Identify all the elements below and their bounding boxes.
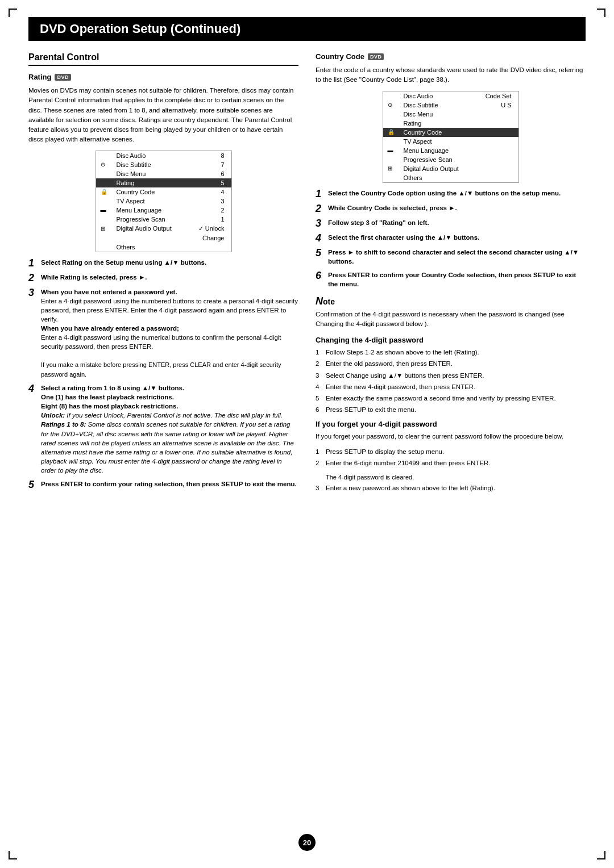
cc-step-2: 2 While Country Code is selected, press … xyxy=(316,203,586,214)
step-2: 2 While Rating is selected, press ►. xyxy=(28,273,298,283)
list-item: 1Follow Steps 1-2 as shown above to the … xyxy=(316,348,586,357)
menu-row: ▬ Menu Language 2 xyxy=(96,206,231,215)
list-item: 2 Enter the 6-digit number 210499 and th… xyxy=(316,458,586,468)
list-item: 2Enter the old password, then press ENTE… xyxy=(316,359,586,368)
menu-row: Others xyxy=(383,173,518,182)
forget-password-steps: 1Press SETUP to display the setup menu. … xyxy=(316,447,586,468)
forget-password-heading: If you forget your 4-digit password xyxy=(316,420,586,428)
menu-row: ⊙ Disc Subtitle 7 xyxy=(96,160,231,169)
menu-row: Disc Audio Code Set xyxy=(383,91,518,101)
corner-mark-tl xyxy=(9,9,17,17)
cc-step-1: 1 Select the Country Code option using t… xyxy=(316,189,586,199)
right-column: Country Code DVD Enter the code of a cou… xyxy=(316,52,586,498)
country-code-intro: Enter the code of a country whose standa… xyxy=(316,65,586,85)
menu-row: ⊞ Digital Audio Output xyxy=(383,164,518,173)
corner-mark-bl xyxy=(9,851,17,859)
menu-row: Disc Audio 8 xyxy=(96,151,231,160)
step-3: 3 When you have not entered a password y… xyxy=(28,287,298,379)
country-code-dvd-badge: DVD xyxy=(368,53,384,60)
menu-row: 🔒 Country Code 4 xyxy=(96,187,231,197)
menu-row: TV Aspect 3 xyxy=(96,197,231,206)
menu-row: Rating xyxy=(383,119,518,128)
rating-menu-table: Disc Audio 8 ⊙ Disc Subtitle 7 Disc Menu… xyxy=(96,151,232,252)
list-item: 6Press SETUP to exit the menu. xyxy=(316,405,586,414)
note-text: Confirmation of the 4-digit password is … xyxy=(316,310,586,329)
cc-step-5: 5 Press ► to shift to second character a… xyxy=(316,248,586,266)
page-title: DVD Operation Setup (Continued) xyxy=(28,17,586,41)
country-code-steps-list: 1 Select the Country Code option using t… xyxy=(316,189,586,289)
cc-step-4: 4 Select the first character using the ▲… xyxy=(316,233,586,243)
menu-row: Disc Menu 6 xyxy=(96,169,231,178)
menu-row-highlighted: 🔒 Country Code xyxy=(383,128,518,137)
menu-row: Progressive Scan 1 xyxy=(96,215,231,224)
page-number: 20 xyxy=(298,834,316,851)
content-wrapper: Parental Control Rating DVD Movies on DV… xyxy=(28,52,586,498)
step-1: 1 Select Rating on the Setup menu using … xyxy=(28,258,298,268)
rating-dvd-badge: DVD xyxy=(55,74,71,81)
rating-intro-text: Movies on DVDs may contain scenes not su… xyxy=(28,86,298,145)
menu-row: Disc Menu xyxy=(383,110,518,119)
rating-steps-list: 1 Select Rating on the Setup menu using … xyxy=(28,258,298,490)
menu-row: Change xyxy=(96,233,231,243)
forget-password-intro: If you forget your password, to clear th… xyxy=(316,432,586,441)
menu-row: ⊙ Disc Subtitle U S xyxy=(383,101,518,110)
left-column: Parental Control Rating DVD Movies on DV… xyxy=(28,52,298,498)
menu-row: ▬ Menu Language xyxy=(383,146,518,155)
corner-mark-tr xyxy=(597,9,605,17)
list-item: 3Select Change using ▲/▼ buttons then pr… xyxy=(316,371,586,380)
menu-row: Progressive Scan xyxy=(383,155,518,164)
list-item: 5Enter exactly the same password a secon… xyxy=(316,394,586,403)
cc-step-6: 6 Press ENTER to confirm your Country Co… xyxy=(316,270,586,289)
cc-step-3: 3 Follow step 3 of "Rating" on left. xyxy=(316,218,586,228)
menu-row: Others xyxy=(96,243,231,252)
list-item: 3Enter a new password as shown above to … xyxy=(316,483,586,493)
changing-password-steps: 1Follow Steps 1-2 as shown above to the … xyxy=(316,348,586,414)
parental-control-heading: Parental Control xyxy=(28,52,298,66)
menu-row: TV Aspect xyxy=(383,137,518,146)
step-5: 5 Press ENTER to confirm your rating sel… xyxy=(28,479,298,490)
corner-mark-br xyxy=(597,851,605,859)
country-code-menu-table: Disc Audio Code Set ⊙ Disc Subtitle U S … xyxy=(383,91,519,183)
menu-row: ⊞ Digital Audio Output ✓ Unlock xyxy=(96,224,231,233)
changing-password-heading: Changing the 4-digit password xyxy=(316,336,586,344)
menu-row-highlighted: Rating 5 xyxy=(96,178,231,187)
rating-subheading: Rating DVD xyxy=(28,73,298,81)
note-header: Note xyxy=(316,295,586,307)
list-item: 1Press SETUP to display the setup menu. xyxy=(316,447,586,456)
page-title-text: DVD Operation Setup (Continued) xyxy=(40,22,240,36)
step-4: 4 Select a rating from 1 to 8 using ▲/▼ … xyxy=(28,383,298,475)
note-section: Note Confirmation of the 4-digit passwor… xyxy=(316,295,586,329)
list-item: 4Enter the new 4-digit password, then pr… xyxy=(316,382,586,391)
password-cleared-note: The 4-digit password is cleared. xyxy=(316,473,586,482)
forget-password-step3: 3Enter a new password as shown above to … xyxy=(316,483,586,493)
country-code-subheading: Country Code DVD xyxy=(316,52,586,61)
